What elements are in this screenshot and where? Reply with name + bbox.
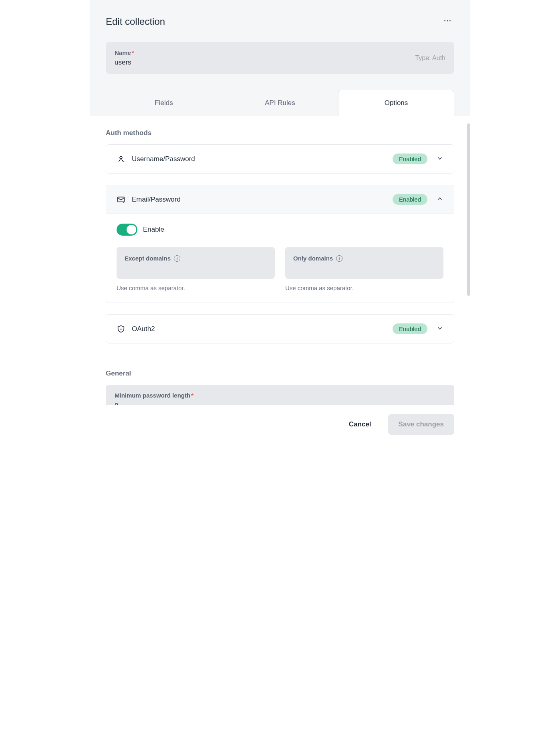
min-password-length-label: Minimum password length*: [115, 392, 445, 399]
auth-methods-heading: Auth methods: [106, 129, 454, 137]
mail-icon: [117, 195, 125, 204]
svg-point-1: [447, 20, 448, 22]
auth-method-header[interactable]: Username/Password Enabled: [106, 145, 454, 173]
chevron-down-icon: [436, 325, 443, 333]
auth-method-name: OAuth2: [132, 325, 155, 333]
svg-point-2: [449, 20, 451, 22]
auth-method-oauth2: OAuth2 Enabled: [106, 314, 454, 343]
svg-point-3: [120, 156, 122, 159]
min-password-length-input[interactable]: [115, 402, 445, 405]
except-domains-input[interactable]: Except domains i: [117, 247, 275, 279]
divider: [106, 358, 454, 358]
enable-toggle[interactable]: [117, 224, 137, 236]
tabs: Fields API Rules Options: [106, 90, 454, 116]
footer: Cancel Save changes: [90, 405, 470, 444]
chevron-up-icon: [436, 195, 443, 204]
only-domains-label: Only domains i: [293, 255, 435, 262]
collection-name-field[interactable]: Name* Type: Auth: [106, 42, 454, 74]
cancel-button[interactable]: Cancel: [341, 415, 379, 434]
options-panel: Auth methods Username/Password Enabled: [90, 116, 470, 405]
tab-options[interactable]: Options: [338, 90, 454, 116]
chevron-down-icon: [436, 155, 443, 164]
status-badge: Enabled: [393, 323, 427, 334]
page-title: Edit collection: [106, 16, 165, 27]
general-heading: General: [106, 369, 454, 378]
min-password-length-field[interactable]: Minimum password length*: [106, 385, 454, 405]
status-badge: Enabled: [393, 194, 427, 205]
auth-method-email-password: Email/Password Enabled Enable: [106, 185, 454, 303]
auth-method-name: Username/Password: [132, 155, 195, 163]
only-domains-input[interactable]: Only domains i: [285, 247, 443, 279]
collection-name-label: Name*: [115, 49, 199, 56]
info-icon[interactable]: i: [174, 255, 180, 262]
auth-method-header[interactable]: OAuth2 Enabled: [106, 315, 454, 343]
auth-method-header[interactable]: Email/Password Enabled: [106, 185, 454, 214]
auth-method-username-password: Username/Password Enabled: [106, 144, 454, 174]
user-icon: [117, 155, 125, 164]
svg-point-0: [444, 20, 445, 22]
except-domains-label: Except domains i: [125, 255, 267, 262]
shield-icon: [117, 325, 125, 333]
save-changes-button[interactable]: Save changes: [388, 414, 454, 435]
collection-type-label: Type: Auth: [415, 55, 445, 62]
tab-api-rules[interactable]: API Rules: [222, 90, 338, 116]
status-badge: Enabled: [393, 153, 427, 164]
svg-rect-4: [118, 197, 125, 202]
only-domains-hint: Use comma as separator.: [285, 285, 443, 291]
collection-name-input[interactable]: [115, 59, 199, 67]
except-domains-hint: Use comma as separator.: [117, 285, 275, 291]
scrollbar-thumb[interactable]: [467, 123, 470, 296]
enable-toggle-label: Enable: [143, 226, 164, 234]
more-options-button[interactable]: [441, 14, 454, 29]
tab-fields[interactable]: Fields: [106, 90, 222, 116]
scrollbar[interactable]: [467, 123, 470, 412]
auth-method-name: Email/Password: [132, 196, 181, 204]
info-icon[interactable]: i: [336, 255, 342, 262]
dots-horizontal-icon: [443, 16, 452, 25]
